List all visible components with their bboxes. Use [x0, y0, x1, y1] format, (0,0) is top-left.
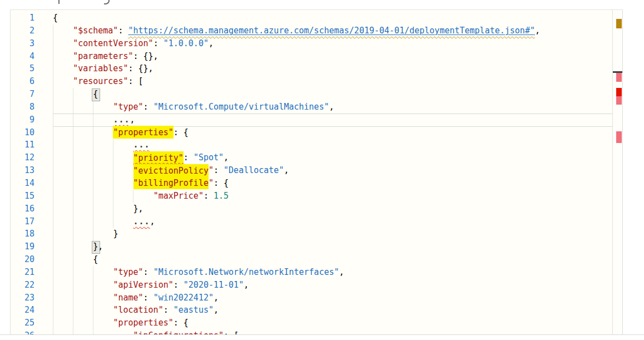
collapsed-region: ...: [113, 115, 130, 125]
line-number: 25: [11, 317, 34, 329]
ruler-mark-error: [616, 96, 622, 105]
code-line[interactable]: "properties": {: [53, 126, 540, 139]
indentation: [53, 318, 113, 328]
code-line[interactable]: "type": "Microsoft.Compute/virtualMachin…: [53, 101, 540, 114]
code-line[interactable]: "priority": "Spot",: [53, 151, 540, 164]
line-number: 7: [11, 88, 34, 101]
indentation: [53, 204, 133, 214]
collapsed-region: ...: [133, 140, 150, 150]
code-line[interactable]: "name": "win2022412",: [53, 292, 540, 304]
ruler-mark-error: [616, 131, 622, 143]
highlighted-key-priority: "priority": [133, 151, 184, 164]
line-number: 23: [11, 292, 34, 304]
line-number: 12: [11, 151, 34, 164]
indentation: [53, 254, 93, 264]
indentation: [53, 127, 113, 137]
line-number: 8: [11, 101, 34, 114]
code-line[interactable]: ...,: [53, 215, 540, 228]
line-number: 14: [11, 177, 34, 190]
matched-close-brace: }: [93, 242, 98, 252]
code-line[interactable]: "variables": {},: [53, 62, 540, 75]
code-line[interactable]: "billingProfile": {: [53, 177, 540, 190]
code-line[interactable]: ...: [53, 139, 540, 151]
line-number: 6: [11, 75, 34, 88]
gutter: 1234567891011121314151617181920212223242…: [11, 12, 34, 335]
code-line[interactable]: },: [53, 203, 540, 215]
code-line[interactable]: "resources": [: [53, 75, 540, 88]
line-number: 4: [11, 50, 34, 63]
line-number: 17: [11, 215, 34, 228]
ruler-mark-warning: [616, 19, 622, 28]
indentation: [53, 152, 133, 162]
code-line[interactable]: "contentVersion": "1.0.0.0",: [53, 37, 540, 50]
line-number: 2: [11, 24, 34, 37]
ruler-mark-error-active: [616, 88, 622, 96]
line-number: 13: [11, 164, 34, 177]
indentation: [53, 26, 73, 36]
schema-url-link[interactable]: "https://schema.management.azure.com/sch…: [128, 26, 535, 36]
line-number: 1: [11, 12, 34, 24]
indentation: [53, 165, 133, 175]
code-line[interactable]: },: [53, 240, 540, 253]
line-number: 9: [11, 114, 34, 126]
code-line[interactable]: "type": "Microsoft.Network/networkInterf…: [53, 266, 540, 279]
code-line[interactable]: {: [53, 12, 540, 24]
code-line[interactable]: }: [53, 228, 540, 240]
editor-screenshot: 1234567891011121314151617181920212223242…: [0, 0, 644, 340]
indentation: [53, 191, 153, 201]
line-number: 16: [11, 203, 34, 215]
indentation: [53, 216, 133, 226]
highlighted-key-properties: "properties": [113, 126, 173, 139]
code-line[interactable]: "apiVersion": "2020-11-01",: [53, 279, 540, 292]
line-number: 20: [11, 253, 34, 266]
code-line[interactable]: "parameters": {},: [53, 50, 540, 63]
indentation: [53, 140, 133, 150]
line-number: 11: [11, 139, 34, 151]
highlighted-key-evictionPolicy: "evictionPolicy: [133, 164, 209, 177]
overview-ruler[interactable]: [612, 9, 623, 335]
code-line[interactable]: "evictionPolicy": "Deallocate",: [53, 164, 540, 177]
line-number: 24: [11, 304, 34, 317]
code-line[interactable]: {: [53, 253, 540, 266]
line-number: 19: [11, 240, 34, 253]
line-number: 3: [11, 37, 34, 50]
squiggle-wrapper: "https://schema.management.azure.com/sch…: [128, 26, 535, 36]
code-line[interactable]: ...,: [53, 114, 540, 126]
code-editor[interactable]: 1234567891011121314151617181920212223242…: [10, 9, 613, 335]
indentation: [53, 267, 113, 277]
indentation: [53, 115, 113, 125]
indentation: [53, 76, 73, 86]
line-number: 15: [11, 190, 34, 203]
code-line[interactable]: "maxPrice": 1.5: [53, 190, 540, 203]
indentation: [53, 89, 93, 99]
line-number: 10: [11, 126, 34, 139]
clipped-text-fragment: [104, 0, 110, 4]
code-line[interactable]: "properties": {: [53, 317, 540, 329]
indentation: [53, 280, 113, 290]
indentation: [53, 38, 73, 48]
matched-open-brace: {: [93, 89, 98, 99]
clipped-text-fragment: [58, 0, 60, 4]
indentation: [53, 51, 73, 61]
code-line[interactable]: "$schema": "https://schema.management.az…: [53, 24, 540, 37]
indentation: [53, 63, 73, 73]
code-line[interactable]: "location": "eastus",: [53, 304, 540, 317]
line-number: 5: [11, 62, 34, 75]
code-line[interactable]: {: [53, 88, 540, 101]
code-lines: { "$schema": "https://schema.management.…: [53, 12, 540, 335]
indentation: [53, 242, 93, 252]
indentation: [53, 178, 133, 188]
line-number: 18: [11, 228, 34, 240]
line-number: 21: [11, 266, 34, 279]
ruler-mark-error: [616, 73, 622, 82]
indentation: [53, 229, 113, 239]
editor-bottom-border: [0, 334, 644, 335]
indentation: [53, 293, 113, 303]
highlighted-key-billingProfile: "billingProfile: [133, 176, 209, 189]
line-number: 22: [11, 279, 34, 292]
collapsed-region: ...: [133, 216, 150, 226]
indentation: [53, 102, 113, 112]
indentation: [53, 305, 113, 315]
